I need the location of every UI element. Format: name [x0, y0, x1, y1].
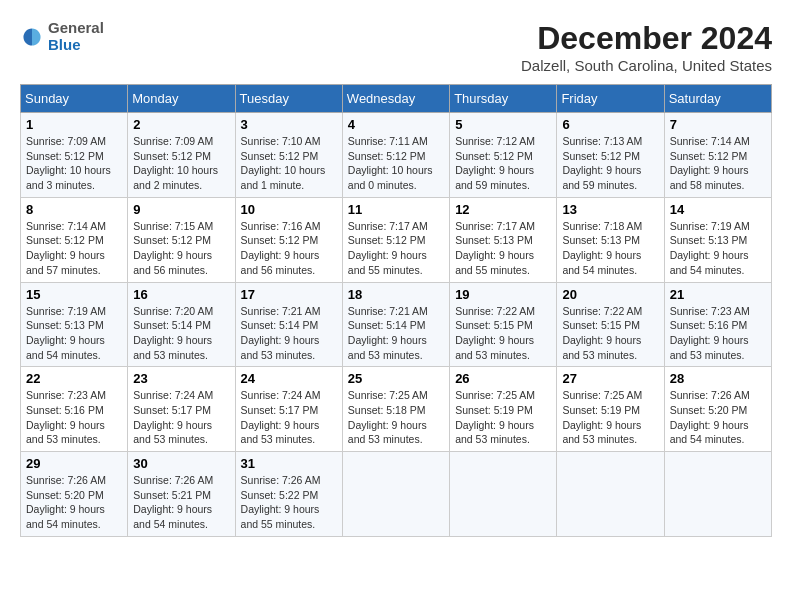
calendar-cell: 23 Sunrise: 7:24 AM Sunset: 5:17 PM Dayl…	[128, 367, 235, 452]
day-number: 9	[133, 202, 229, 217]
sunset-label: Sunset: 5:14 PM	[348, 319, 426, 331]
sunrise-label: Sunrise: 7:24 AM	[241, 389, 321, 401]
day-info: Sunrise: 7:23 AM Sunset: 5:16 PM Dayligh…	[670, 304, 766, 363]
daylight-label: Daylight: 9 hours and 56 minutes.	[133, 249, 212, 276]
day-info: Sunrise: 7:25 AM Sunset: 5:19 PM Dayligh…	[455, 388, 551, 447]
calendar-cell	[664, 452, 771, 537]
day-info: Sunrise: 7:24 AM Sunset: 5:17 PM Dayligh…	[241, 388, 337, 447]
calendar-cell: 19 Sunrise: 7:22 AM Sunset: 5:15 PM Dayl…	[450, 282, 557, 367]
day-info: Sunrise: 7:19 AM Sunset: 5:13 PM Dayligh…	[26, 304, 122, 363]
day-info: Sunrise: 7:17 AM Sunset: 5:12 PM Dayligh…	[348, 219, 444, 278]
sunset-label: Sunset: 5:22 PM	[241, 489, 319, 501]
sunset-label: Sunset: 5:19 PM	[455, 404, 533, 416]
calendar-cell: 16 Sunrise: 7:20 AM Sunset: 5:14 PM Dayl…	[128, 282, 235, 367]
sunset-label: Sunset: 5:16 PM	[26, 404, 104, 416]
location-title: Dalzell, South Carolina, United States	[521, 57, 772, 74]
day-number: 3	[241, 117, 337, 132]
day-number: 16	[133, 287, 229, 302]
day-number: 22	[26, 371, 122, 386]
title-area: December 2024 Dalzell, South Carolina, U…	[521, 20, 772, 74]
calendar-cell: 25 Sunrise: 7:25 AM Sunset: 5:18 PM Dayl…	[342, 367, 449, 452]
day-number: 23	[133, 371, 229, 386]
logo: General Blue	[20, 20, 104, 53]
sunrise-label: Sunrise: 7:21 AM	[241, 305, 321, 317]
calendar-cell: 14 Sunrise: 7:19 AM Sunset: 5:13 PM Dayl…	[664, 197, 771, 282]
sunset-label: Sunset: 5:15 PM	[455, 319, 533, 331]
sunset-label: Sunset: 5:12 PM	[348, 234, 426, 246]
calendar-week-row: 8 Sunrise: 7:14 AM Sunset: 5:12 PM Dayli…	[21, 197, 772, 282]
daylight-label: Daylight: 10 hours and 3 minutes.	[26, 164, 111, 191]
day-info: Sunrise: 7:15 AM Sunset: 5:12 PM Dayligh…	[133, 219, 229, 278]
day-info: Sunrise: 7:21 AM Sunset: 5:14 PM Dayligh…	[241, 304, 337, 363]
day-info: Sunrise: 7:26 AM Sunset: 5:21 PM Dayligh…	[133, 473, 229, 532]
daylight-label: Daylight: 9 hours and 53 minutes.	[562, 334, 641, 361]
sunset-label: Sunset: 5:19 PM	[562, 404, 640, 416]
sunrise-label: Sunrise: 7:23 AM	[26, 389, 106, 401]
day-number: 15	[26, 287, 122, 302]
calendar-cell: 3 Sunrise: 7:10 AM Sunset: 5:12 PM Dayli…	[235, 113, 342, 198]
day-info: Sunrise: 7:25 AM Sunset: 5:19 PM Dayligh…	[562, 388, 658, 447]
day-number: 21	[670, 287, 766, 302]
day-info: Sunrise: 7:26 AM Sunset: 5:20 PM Dayligh…	[670, 388, 766, 447]
sunset-label: Sunset: 5:20 PM	[26, 489, 104, 501]
sunset-label: Sunset: 5:12 PM	[348, 150, 426, 162]
sunrise-label: Sunrise: 7:22 AM	[562, 305, 642, 317]
calendar-cell: 11 Sunrise: 7:17 AM Sunset: 5:12 PM Dayl…	[342, 197, 449, 282]
sunrise-label: Sunrise: 7:16 AM	[241, 220, 321, 232]
calendar-cell: 17 Sunrise: 7:21 AM Sunset: 5:14 PM Dayl…	[235, 282, 342, 367]
day-info: Sunrise: 7:26 AM Sunset: 5:20 PM Dayligh…	[26, 473, 122, 532]
daylight-label: Daylight: 9 hours and 57 minutes.	[26, 249, 105, 276]
calendar-cell: 9 Sunrise: 7:15 AM Sunset: 5:12 PM Dayli…	[128, 197, 235, 282]
calendar-cell: 15 Sunrise: 7:19 AM Sunset: 5:13 PM Dayl…	[21, 282, 128, 367]
calendar-week-row: 15 Sunrise: 7:19 AM Sunset: 5:13 PM Dayl…	[21, 282, 772, 367]
calendar-cell: 21 Sunrise: 7:23 AM Sunset: 5:16 PM Dayl…	[664, 282, 771, 367]
day-number: 26	[455, 371, 551, 386]
calendar-cell: 24 Sunrise: 7:24 AM Sunset: 5:17 PM Dayl…	[235, 367, 342, 452]
daylight-label: Daylight: 9 hours and 54 minutes.	[133, 503, 212, 530]
sunset-label: Sunset: 5:20 PM	[670, 404, 748, 416]
day-number: 19	[455, 287, 551, 302]
sunrise-label: Sunrise: 7:26 AM	[241, 474, 321, 486]
sunset-label: Sunset: 5:21 PM	[133, 489, 211, 501]
calendar-cell: 4 Sunrise: 7:11 AM Sunset: 5:12 PM Dayli…	[342, 113, 449, 198]
sunrise-label: Sunrise: 7:17 AM	[348, 220, 428, 232]
daylight-label: Daylight: 9 hours and 53 minutes.	[133, 419, 212, 446]
calendar-week-row: 22 Sunrise: 7:23 AM Sunset: 5:16 PM Dayl…	[21, 367, 772, 452]
calendar-cell: 1 Sunrise: 7:09 AM Sunset: 5:12 PM Dayli…	[21, 113, 128, 198]
daylight-label: Daylight: 9 hours and 53 minutes.	[455, 419, 534, 446]
day-number: 29	[26, 456, 122, 471]
weekday-header-row: SundayMondayTuesdayWednesdayThursdayFrid…	[21, 85, 772, 113]
day-info: Sunrise: 7:22 AM Sunset: 5:15 PM Dayligh…	[455, 304, 551, 363]
calendar-cell: 22 Sunrise: 7:23 AM Sunset: 5:16 PM Dayl…	[21, 367, 128, 452]
calendar-cell: 7 Sunrise: 7:14 AM Sunset: 5:12 PM Dayli…	[664, 113, 771, 198]
day-number: 25	[348, 371, 444, 386]
weekday-header-friday: Friday	[557, 85, 664, 113]
daylight-label: Daylight: 9 hours and 53 minutes.	[241, 334, 320, 361]
logo-general-text: General	[48, 19, 104, 36]
day-info: Sunrise: 7:26 AM Sunset: 5:22 PM Dayligh…	[241, 473, 337, 532]
daylight-label: Daylight: 9 hours and 54 minutes.	[26, 503, 105, 530]
sunrise-label: Sunrise: 7:09 AM	[26, 135, 106, 147]
page-header: General Blue December 2024 Dalzell, Sout…	[20, 20, 772, 74]
weekday-header-wednesday: Wednesday	[342, 85, 449, 113]
daylight-label: Daylight: 9 hours and 54 minutes.	[562, 249, 641, 276]
day-number: 12	[455, 202, 551, 217]
day-info: Sunrise: 7:16 AM Sunset: 5:12 PM Dayligh…	[241, 219, 337, 278]
day-number: 18	[348, 287, 444, 302]
day-number: 24	[241, 371, 337, 386]
day-info: Sunrise: 7:19 AM Sunset: 5:13 PM Dayligh…	[670, 219, 766, 278]
day-info: Sunrise: 7:13 AM Sunset: 5:12 PM Dayligh…	[562, 134, 658, 193]
month-title: December 2024	[521, 20, 772, 57]
sunset-label: Sunset: 5:12 PM	[241, 150, 319, 162]
day-number: 11	[348, 202, 444, 217]
day-number: 20	[562, 287, 658, 302]
day-number: 28	[670, 371, 766, 386]
day-info: Sunrise: 7:09 AM Sunset: 5:12 PM Dayligh…	[26, 134, 122, 193]
daylight-label: Daylight: 9 hours and 59 minutes.	[455, 164, 534, 191]
day-number: 6	[562, 117, 658, 132]
sunset-label: Sunset: 5:16 PM	[670, 319, 748, 331]
calendar-cell: 28 Sunrise: 7:26 AM Sunset: 5:20 PM Dayl…	[664, 367, 771, 452]
day-number: 7	[670, 117, 766, 132]
day-number: 10	[241, 202, 337, 217]
daylight-label: Daylight: 9 hours and 53 minutes.	[562, 419, 641, 446]
